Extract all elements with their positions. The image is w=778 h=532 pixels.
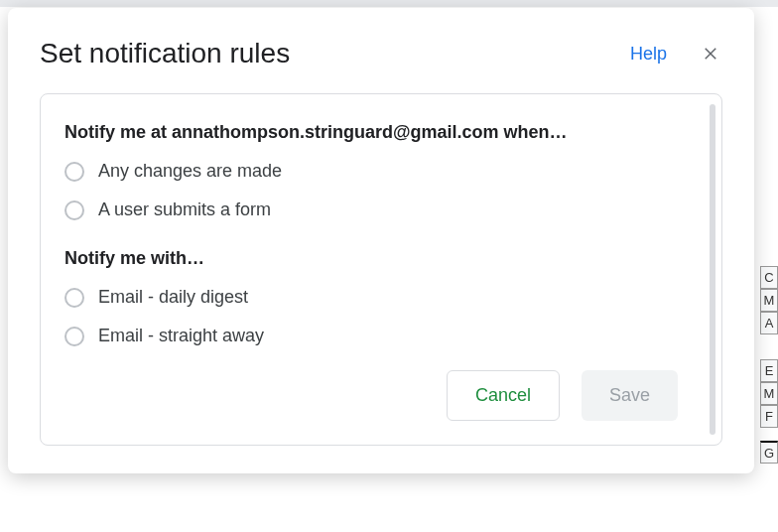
radio-form-submit[interactable]: A user submits a form (65, 200, 698, 220)
toolbar-hint (0, 0, 778, 7)
notification-rules-dialog: Set notification rules Help Notify me at… (8, 8, 754, 473)
bg-cell: M (760, 289, 778, 312)
dialog-body: Notify me at annathompson.stringuard@gma… (40, 93, 722, 446)
bg-cell: M (760, 382, 778, 405)
dialog-title: Set notification rules (40, 38, 630, 69)
button-row: Cancel Save (65, 370, 698, 421)
scrollbar[interactable] (710, 104, 715, 435)
dialog-header: Set notification rules Help (8, 8, 754, 93)
radio-label: Any changes are made (98, 161, 282, 182)
radio-icon (65, 162, 84, 182)
bg-cell: F (760, 405, 778, 428)
radio-label: Email - straight away (98, 326, 264, 346)
bg-cell: E (760, 359, 778, 382)
bg-cell: C (760, 266, 778, 289)
close-icon (702, 45, 719, 63)
radio-label: A user submits a form (98, 200, 271, 220)
close-button[interactable] (699, 42, 722, 66)
radio-icon (65, 327, 84, 346)
notify-with-heading: Notify me with… (65, 248, 698, 269)
radio-icon (65, 200, 84, 220)
radio-daily-digest[interactable]: Email - daily digest (65, 287, 698, 308)
radio-label: Email - daily digest (98, 287, 248, 308)
help-link[interactable]: Help (630, 44, 667, 65)
radio-any-changes[interactable]: Any changes are made (65, 161, 698, 182)
bg-cell: G (760, 441, 778, 464)
save-button: Save (582, 370, 678, 421)
notify-when-heading: Notify me at annathompson.stringuard@gma… (65, 122, 698, 143)
radio-straight-away[interactable]: Email - straight away (65, 326, 698, 346)
radio-icon (65, 288, 84, 308)
cancel-button[interactable]: Cancel (447, 370, 560, 421)
bg-cell: A (760, 312, 778, 334)
